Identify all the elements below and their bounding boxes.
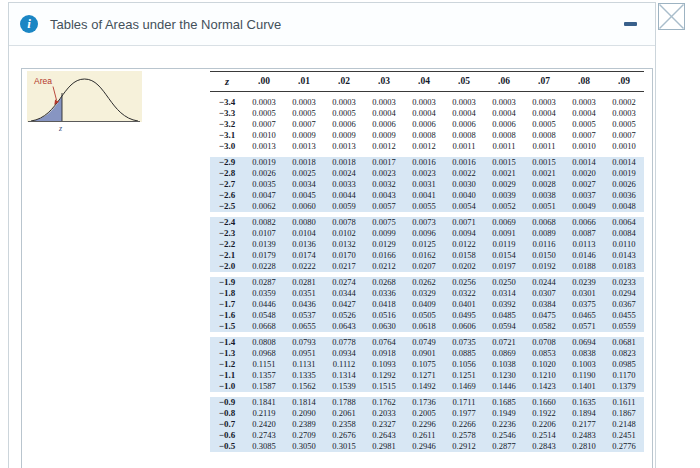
area-value: 0.0028: [524, 179, 564, 190]
area-value: 0.1038: [484, 359, 524, 370]
area-value: 0.0188: [564, 261, 604, 272]
area-value: 0.1539: [324, 381, 364, 392]
area-value: 0.0606: [444, 321, 484, 332]
area-value: 0.0011: [444, 141, 484, 152]
area-value: 0.0262: [404, 277, 444, 288]
area-value: 0.0116: [524, 239, 564, 250]
area-value: 0.1711: [444, 397, 484, 408]
table-row: −2.30.01070.01040.01020.00990.00960.0094…: [210, 228, 644, 239]
area-value: 0.0040: [444, 190, 484, 201]
area-value: 0.2420: [244, 419, 284, 430]
area-value: 0.2611: [404, 430, 444, 441]
table-row: −1.70.04460.04360.04270.04180.04090.0401…: [210, 299, 644, 310]
area-value: 0.2877: [484, 441, 524, 452]
area-value: 0.0031: [404, 179, 444, 190]
table-row: −2.70.00350.00340.00330.00320.00310.0030…: [210, 179, 644, 190]
area-value: 0.0057: [364, 201, 404, 212]
z-table-dialog: i Tables of Areas under the Normal Curve…: [8, 2, 656, 468]
area-value: 0.2709: [284, 430, 324, 441]
area-value: 0.0048: [604, 201, 644, 212]
z-value: −3.2: [210, 119, 244, 130]
area-value: 0.0735: [444, 337, 484, 348]
area-value: 0.0764: [364, 337, 404, 348]
area-value: 0.0013: [284, 141, 324, 152]
area-value: 0.1841: [244, 397, 284, 408]
area-value: 0.0274: [324, 277, 364, 288]
area-value: 0.1762: [364, 397, 404, 408]
close-button[interactable]: [658, 3, 685, 30]
area-value: 0.1170: [604, 370, 644, 381]
area-value: 0.0162: [404, 250, 444, 261]
area-value: 0.0089: [524, 228, 564, 239]
table-row: −0.60.27430.27090.26760.26430.26110.2578…: [210, 430, 644, 441]
area-value: 0.0359: [244, 288, 284, 299]
area-value: 0.2296: [404, 419, 444, 430]
area-value: 0.0351: [284, 288, 324, 299]
area-value: 0.0582: [524, 321, 564, 332]
area-value: 0.1469: [444, 381, 484, 392]
z-table: z.00.01.02.03.04.05.06.07.08.09−3.40.000…: [210, 71, 644, 452]
area-value: 0.3015: [324, 441, 364, 452]
area-value: 0.0516: [364, 310, 404, 321]
area-value: 0.0392: [484, 299, 524, 310]
area-value: 0.0104: [284, 228, 324, 239]
area-value: 0.2389: [284, 419, 324, 430]
area-value: 0.0174: [284, 250, 324, 261]
area-value: 0.0110: [604, 239, 644, 250]
area-value: 0.0119: [484, 239, 524, 250]
area-value: 0.0099: [364, 228, 404, 239]
area-value: 0.0495: [444, 310, 484, 321]
area-value: 0.0146: [564, 250, 604, 261]
area-value: 0.0080: [284, 217, 324, 228]
area-value: 0.0233: [604, 277, 644, 288]
area-value: 0.0129: [364, 239, 404, 250]
area-value: 0.2266: [444, 419, 484, 430]
area-value: 0.1335: [284, 370, 324, 381]
area-value: 0.0006: [364, 119, 404, 130]
area-value: 0.0192: [524, 261, 564, 272]
area-value: 0.2546: [484, 430, 524, 441]
area-value: 0.1446: [484, 381, 524, 392]
area-value: 0.3050: [284, 441, 324, 452]
z-axis-label: z: [58, 124, 63, 133]
area-label: Area: [34, 76, 52, 86]
z-value: −0.8: [210, 408, 244, 419]
area-value: 0.1151: [244, 359, 284, 370]
dialog-titlebar: i Tables of Areas under the Normal Curve: [9, 3, 655, 46]
header-row: z.00.01.02.03.04.05.06.07.08.09: [210, 72, 644, 92]
area-value: 0.0055: [404, 201, 444, 212]
area-value: 0.0207: [404, 261, 444, 272]
area-value: 0.0113: [564, 239, 604, 250]
column-header: .09: [604, 72, 644, 92]
area-value: 0.0166: [364, 250, 404, 261]
area-value: 0.0793: [284, 337, 324, 348]
area-value: 0.0170: [324, 250, 364, 261]
area-value: 0.2327: [364, 419, 404, 430]
area-value: 0.0010: [604, 141, 644, 152]
area-value: 0.0853: [524, 348, 564, 359]
area-value: 0.0559: [604, 321, 644, 332]
area-value: 0.1210: [524, 370, 564, 381]
area-value: 0.0009: [284, 130, 324, 141]
area-value: 0.0336: [364, 288, 404, 299]
area-value: 0.0007: [284, 119, 324, 130]
z-value: −1.2: [210, 359, 244, 370]
area-value: 0.0016: [404, 157, 444, 168]
area-value: 0.0136: [284, 239, 324, 250]
area-value: 0.0143: [604, 250, 644, 261]
area-value: 0.0013: [324, 141, 364, 152]
area-value: 0.0021: [484, 168, 524, 179]
area-value: 0.0446: [244, 299, 284, 310]
area-value: 0.1131: [284, 359, 324, 370]
area-value: 0.0179: [244, 250, 284, 261]
area-value: 0.0019: [244, 157, 284, 168]
z-value: −2.1: [210, 250, 244, 261]
z-value: −3.0: [210, 141, 244, 152]
area-value: 0.0054: [444, 201, 484, 212]
table-row: −1.90.02870.02810.02740.02680.02620.0256…: [210, 277, 644, 288]
area-value: 0.0102: [324, 228, 364, 239]
minimize-button[interactable]: [624, 22, 637, 26]
area-value: 0.0014: [564, 157, 604, 168]
area-value: 0.1894: [564, 408, 604, 419]
area-value: 0.0045: [284, 190, 324, 201]
